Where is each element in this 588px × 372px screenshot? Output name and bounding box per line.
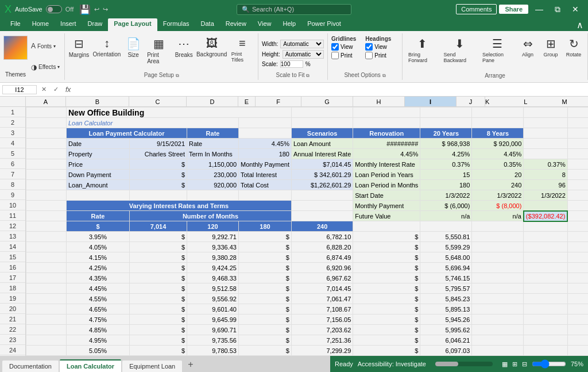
cell[interactable] [567,139,588,149]
size-button[interactable]: 📄 Size [123,36,144,59]
cell[interactable]: $ [67,221,130,232]
cell[interactable]: 9,735.56 [187,335,239,346]
cell[interactable]: 5,550.81 [420,232,472,242]
cell[interactable]: $ [353,273,420,283]
cell[interactable]: Loan Period in Years [353,170,420,180]
tab-view[interactable]: View [252,18,277,31]
cell[interactable] [26,346,67,356]
cell[interactable]: $ [130,273,187,283]
cell[interactable] [26,315,67,325]
col-header-i[interactable]: I [405,97,457,106]
cell[interactable]: 5,895.13 [420,304,472,315]
cell[interactable] [524,294,568,304]
group-button[interactable]: ⊞ Group [540,36,561,59]
horizontal-scrollbar[interactable] [435,362,493,366]
cell[interactable]: $ [130,325,187,335]
cell[interactable]: $ [239,346,292,356]
cell[interactable] [524,283,568,294]
cell[interactable]: $ [130,170,187,180]
cell[interactable]: 9,380.28 [187,252,239,263]
row-header-16[interactable]: 16 [0,262,25,273]
cell[interactable]: 4.45% [353,149,420,159]
cell[interactable]: 4.05% [67,242,130,252]
cell[interactable] [472,221,524,232]
cell[interactable]: 6,828.20 [291,242,353,252]
cell[interactable] [239,190,292,201]
scrollbar-thumb[interactable] [435,362,458,366]
tab-review[interactable]: Review [220,18,252,31]
cell[interactable]: Start Date [353,190,420,201]
tab-insert[interactable]: Insert [55,18,82,31]
background-button[interactable]: 🖼 Background [195,36,227,59]
cell[interactable] [524,335,568,346]
scale-launcher[interactable]: ⧉ [306,73,310,78]
tab-help[interactable]: Help [277,18,302,31]
row-header-8[interactable]: 8 [0,179,25,190]
cell[interactable]: 4.95% [67,335,130,346]
cell[interactable] [26,180,67,190]
tab-powerivot[interactable]: Power Pivot [301,18,347,31]
row-header-3[interactable]: 3 [0,128,25,138]
cell[interactable]: 1/3/2022 [420,190,472,201]
cell[interactable]: 7,014 [130,221,187,232]
row-header-6[interactable]: 6 [0,159,25,169]
cell[interactable]: 7,251.36 [291,335,353,346]
cell[interactable] [567,180,588,190]
cell[interactable] [26,159,67,170]
cell[interactable] [567,335,588,346]
cell[interactable] [26,304,67,315]
cell[interactable]: $ [353,252,420,263]
headings-print-check[interactable] [365,52,373,59]
cell[interactable]: 6,097.03 [420,346,472,356]
sheet-tab-documentation[interactable]: Documentation [2,361,59,372]
cell[interactable]: $ [239,335,292,346]
cell[interactable]: 5,648.00 [420,252,472,263]
align-button[interactable]: ⇔ Align [517,36,538,59]
cell[interactable]: 6,967.62 [291,273,353,283]
cell[interactable]: 6,046.21 [420,335,472,346]
cell[interactable]: Future Value [353,211,420,221]
undo-icon[interactable]: ↩ [94,6,99,13]
tab-data[interactable]: Data [195,18,220,31]
cell[interactable]: Monthly Payment [239,159,292,170]
cell[interactable] [472,325,524,335]
cell[interactable] [524,346,568,356]
sheet-tab-loan-calculator[interactable]: Loan Calculator [60,359,121,372]
cell[interactable]: $ [353,325,420,335]
cell[interactable]: 6,874.49 [291,252,353,263]
cell[interactable] [472,335,524,346]
gridlines-print-check[interactable] [331,52,339,59]
cell[interactable] [26,149,67,159]
cell[interactable] [524,149,568,159]
cell[interactable] [524,252,568,263]
cell[interactable]: 120 [187,221,239,232]
cell[interactable]: 9,424.25 [187,263,239,273]
cell[interactable] [26,335,67,346]
cell[interactable]: $ [353,315,420,325]
cell[interactable]: 230,000 [187,170,239,180]
cell[interactable] [524,128,568,139]
cell[interactable]: $ [130,159,187,170]
page-setup-launcher[interactable]: ⧉ [176,73,179,78]
cell[interactable]: ######### [353,139,420,149]
search-box[interactable]: 🔍 Search (Alt+Q) [237,4,351,15]
cell[interactable] [472,252,524,263]
cell[interactable] [567,232,588,242]
name-box[interactable] [2,85,37,94]
cell[interactable]: New Office Building [67,108,292,118]
cell[interactable] [472,315,524,325]
themes-button[interactable] [3,36,28,60]
sheet-options-launcher[interactable]: ⧉ [382,73,386,78]
cell[interactable] [291,201,353,211]
cell[interactable]: 4.85% [67,325,130,335]
print-area-button[interactable]: ▦ Print Area [145,36,172,66]
headings-view-check[interactable] [365,43,373,51]
cell[interactable]: $ (8,000) [472,201,524,211]
cell[interactable]: 7,061.47 [291,294,353,304]
row-header-14[interactable]: 14 [0,241,25,252]
tab-pagelayout[interactable]: Page Layout [108,18,157,31]
cell[interactable] [567,118,588,128]
cell[interactable]: $ [130,304,187,315]
cell[interactable]: ($392,082.42) [524,211,568,221]
cell[interactable]: Rate [67,211,130,221]
